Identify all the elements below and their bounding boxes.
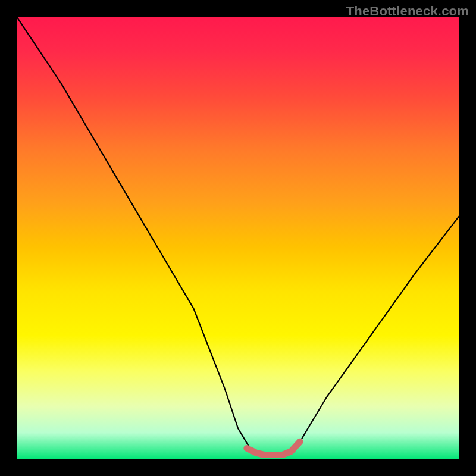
watermark-label: TheBottleneck.com — [346, 4, 469, 19]
chart-container: TheBottleneck.com — [0, 0, 476, 476]
plot-area — [17, 17, 459, 459]
bottleneck-curve — [17, 17, 459, 455]
trough-highlight — [247, 441, 300, 455]
chart-svg — [17, 17, 459, 459]
